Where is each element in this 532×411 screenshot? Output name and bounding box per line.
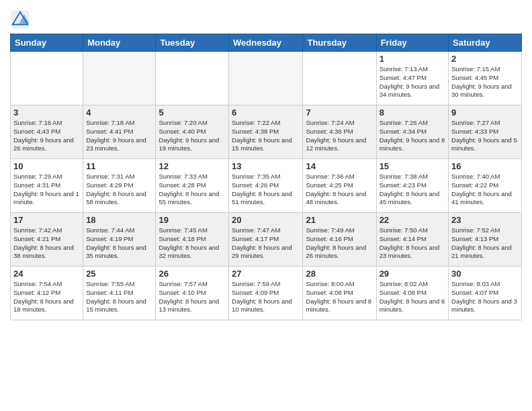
page-header — [10, 7, 522, 30]
day-info: Sunrise: 8:00 AM Sunset: 4:08 PM Dayligh… — [306, 280, 373, 314]
day-cell — [303, 52, 376, 105]
day-info: Sunrise: 7:20 AM Sunset: 4:40 PM Dayligh… — [159, 119, 226, 153]
day-number: 21 — [306, 215, 373, 225]
day-cell: 5Sunrise: 7:20 AM Sunset: 4:40 PM Daylig… — [156, 105, 229, 159]
day-number: 29 — [380, 269, 445, 279]
day-info: Sunrise: 7:47 AM Sunset: 4:17 PM Dayligh… — [232, 226, 300, 261]
day-number: 15 — [380, 161, 445, 171]
day-info: Sunrise: 7:35 AM Sunset: 4:26 PM Dayligh… — [232, 173, 300, 207]
day-number: 16 — [451, 161, 519, 171]
logo-icon — [10, 9, 30, 30]
week-row-5: 24Sunrise: 7:54 AM Sunset: 4:12 PM Dayli… — [11, 267, 522, 320]
day-cell: 28Sunrise: 8:00 AM Sunset: 4:08 PM Dayli… — [303, 267, 376, 320]
day-info: Sunrise: 7:26 AM Sunset: 4:34 PM Dayligh… — [380, 119, 445, 153]
day-info: Sunrise: 7:54 AM Sunset: 4:12 PM Dayligh… — [13, 280, 80, 314]
day-info: Sunrise: 7:49 AM Sunset: 4:16 PM Dayligh… — [306, 226, 373, 261]
col-header-saturday: Saturday — [449, 34, 522, 52]
calendar-table: SundayMondayTuesdayWednesdayThursdayFrid… — [10, 34, 522, 320]
day-cell: 9Sunrise: 7:27 AM Sunset: 4:33 PM Daylig… — [449, 105, 522, 159]
day-cell — [83, 52, 156, 105]
day-info: Sunrise: 8:02 AM Sunset: 4:08 PM Dayligh… — [380, 280, 445, 314]
day-number: 30 — [451, 269, 519, 279]
col-header-sunday: Sunday — [11, 34, 83, 52]
day-cell: 11Sunrise: 7:31 AM Sunset: 4:29 PM Dayli… — [83, 159, 156, 213]
day-info: Sunrise: 7:27 AM Sunset: 4:33 PM Dayligh… — [451, 119, 519, 153]
day-cell — [156, 52, 229, 105]
day-info: Sunrise: 7:44 AM Sunset: 4:19 PM Dayligh… — [86, 226, 152, 261]
day-info: Sunrise: 7:52 AM Sunset: 4:13 PM Dayligh… — [451, 226, 519, 261]
day-number: 11 — [86, 161, 152, 171]
day-info: Sunrise: 7:22 AM Sunset: 4:38 PM Dayligh… — [232, 119, 300, 153]
week-row-3: 10Sunrise: 7:29 AM Sunset: 4:31 PM Dayli… — [11, 159, 522, 213]
day-cell: 10Sunrise: 7:29 AM Sunset: 4:31 PM Dayli… — [11, 159, 83, 213]
day-number: 12 — [159, 161, 226, 171]
day-number: 27 — [232, 269, 300, 279]
day-info: Sunrise: 7:31 AM Sunset: 4:29 PM Dayligh… — [86, 173, 152, 207]
col-header-monday: Monday — [83, 34, 156, 52]
col-header-wednesday: Wednesday — [229, 34, 303, 52]
day-cell — [11, 52, 83, 105]
day-cell: 12Sunrise: 7:33 AM Sunset: 4:28 PM Dayli… — [156, 159, 229, 213]
day-number: 14 — [306, 161, 373, 171]
day-number: 18 — [86, 215, 152, 225]
day-info: Sunrise: 7:38 AM Sunset: 4:23 PM Dayligh… — [380, 173, 445, 207]
week-row-4: 17Sunrise: 7:42 AM Sunset: 4:21 PM Dayli… — [11, 213, 522, 267]
day-number: 24 — [13, 269, 80, 279]
day-cell: 16Sunrise: 7:40 AM Sunset: 4:22 PM Dayli… — [449, 159, 522, 213]
day-info: Sunrise: 7:57 AM Sunset: 4:10 PM Dayligh… — [159, 280, 226, 314]
day-cell: 27Sunrise: 7:59 AM Sunset: 4:09 PM Dayli… — [229, 267, 303, 320]
day-info: Sunrise: 7:33 AM Sunset: 4:28 PM Dayligh… — [159, 173, 226, 207]
day-cell: 26Sunrise: 7:57 AM Sunset: 4:10 PM Dayli… — [156, 267, 229, 320]
calendar-header-row: SundayMondayTuesdayWednesdayThursdayFrid… — [11, 34, 522, 52]
logo — [10, 9, 33, 30]
day-number: 23 — [451, 215, 519, 225]
day-number: 13 — [232, 161, 300, 171]
day-info: Sunrise: 7:50 AM Sunset: 4:14 PM Dayligh… — [380, 226, 445, 261]
day-number: 10 — [13, 161, 80, 171]
day-cell: 8Sunrise: 7:26 AM Sunset: 4:34 PM Daylig… — [376, 105, 448, 159]
day-number: 9 — [451, 107, 519, 118]
day-info: Sunrise: 7:40 AM Sunset: 4:22 PM Dayligh… — [451, 173, 519, 207]
week-row-2: 3Sunrise: 7:16 AM Sunset: 4:43 PM Daylig… — [11, 105, 522, 159]
day-info: Sunrise: 7:15 AM Sunset: 4:45 PM Dayligh… — [451, 65, 519, 99]
day-number: 26 — [159, 269, 226, 279]
day-cell: 18Sunrise: 7:44 AM Sunset: 4:19 PM Dayli… — [83, 213, 156, 267]
day-cell: 7Sunrise: 7:24 AM Sunset: 4:36 PM Daylig… — [303, 105, 376, 159]
day-number: 20 — [232, 215, 300, 225]
day-cell — [229, 52, 303, 105]
day-info: Sunrise: 7:45 AM Sunset: 4:18 PM Dayligh… — [159, 226, 226, 261]
day-info: Sunrise: 7:55 AM Sunset: 4:11 PM Dayligh… — [86, 280, 152, 314]
day-number: 6 — [232, 107, 300, 118]
day-number: 1 — [380, 54, 445, 64]
day-cell: 24Sunrise: 7:54 AM Sunset: 4:12 PM Dayli… — [11, 267, 83, 320]
day-cell: 20Sunrise: 7:47 AM Sunset: 4:17 PM Dayli… — [229, 213, 303, 267]
day-number: 7 — [306, 107, 373, 118]
week-row-1: 1Sunrise: 7:13 AM Sunset: 4:47 PM Daylig… — [11, 52, 522, 105]
day-number: 8 — [380, 107, 445, 118]
day-cell: 25Sunrise: 7:55 AM Sunset: 4:11 PM Dayli… — [83, 267, 156, 320]
day-info: Sunrise: 7:42 AM Sunset: 4:21 PM Dayligh… — [13, 226, 80, 261]
day-cell: 21Sunrise: 7:49 AM Sunset: 4:16 PM Dayli… — [303, 213, 376, 267]
day-info: Sunrise: 7:13 AM Sunset: 4:47 PM Dayligh… — [380, 65, 445, 99]
day-cell: 23Sunrise: 7:52 AM Sunset: 4:13 PM Dayli… — [449, 213, 522, 267]
day-number: 17 — [13, 215, 80, 225]
day-number: 4 — [86, 107, 152, 118]
day-cell: 14Sunrise: 7:36 AM Sunset: 4:25 PM Dayli… — [303, 159, 376, 213]
day-cell: 4Sunrise: 7:18 AM Sunset: 4:41 PM Daylig… — [83, 105, 156, 159]
col-header-friday: Friday — [376, 34, 448, 52]
day-number: 22 — [380, 215, 445, 225]
day-info: Sunrise: 7:18 AM Sunset: 4:41 PM Dayligh… — [86, 119, 152, 153]
calendar-page: SundayMondayTuesdayWednesdayThursdayFrid… — [0, 0, 532, 327]
day-cell: 13Sunrise: 7:35 AM Sunset: 4:26 PM Dayli… — [229, 159, 303, 213]
day-info: Sunrise: 7:16 AM Sunset: 4:43 PM Dayligh… — [13, 119, 80, 153]
day-cell: 2Sunrise: 7:15 AM Sunset: 4:45 PM Daylig… — [449, 52, 522, 105]
day-cell: 3Sunrise: 7:16 AM Sunset: 4:43 PM Daylig… — [11, 105, 83, 159]
day-cell: 1Sunrise: 7:13 AM Sunset: 4:47 PM Daylig… — [376, 52, 448, 105]
day-info: Sunrise: 8:03 AM Sunset: 4:07 PM Dayligh… — [451, 280, 519, 314]
day-info: Sunrise: 7:36 AM Sunset: 4:25 PM Dayligh… — [306, 173, 373, 207]
day-info: Sunrise: 7:59 AM Sunset: 4:09 PM Dayligh… — [232, 280, 300, 314]
day-cell: 19Sunrise: 7:45 AM Sunset: 4:18 PM Dayli… — [156, 213, 229, 267]
day-number: 19 — [159, 215, 226, 225]
day-cell: 17Sunrise: 7:42 AM Sunset: 4:21 PM Dayli… — [11, 213, 83, 267]
col-header-thursday: Thursday — [303, 34, 376, 52]
